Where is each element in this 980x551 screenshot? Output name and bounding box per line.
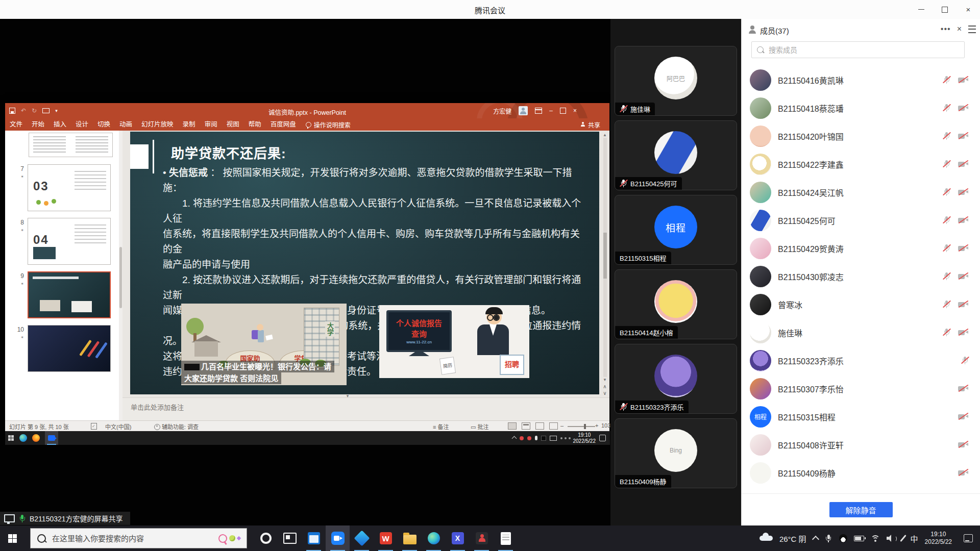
notes-toggle[interactable]: ≡ 备注 — [433, 422, 449, 431]
ribbon-tab[interactable]: 切换 — [93, 118, 115, 131]
camera-off-icon[interactable] — [958, 244, 969, 252]
notes-collapse-icon[interactable]: ▾ — [347, 393, 349, 398]
accessibility-status[interactable]: 辅助功能: 调查 — [154, 422, 199, 431]
taskbar-task-view[interactable] — [278, 525, 302, 551]
member-row[interactable]: B21150307李乐怡 — [742, 374, 980, 403]
taskbar-clock[interactable]: 19:102022/5/22 — [925, 531, 952, 546]
member-row[interactable]: B21150429贺黄涛 — [742, 234, 980, 262]
video-tile[interactable]: B21150323齐添乐 — [615, 344, 737, 414]
member-row[interactable]: B21150425何可 — [742, 206, 980, 234]
member-row[interactable]: B21150420叶锦国 — [742, 122, 980, 150]
video-tile[interactable]: B21150425何可 — [615, 120, 737, 190]
taskbar-app-calendar[interactable] — [302, 525, 326, 551]
mic-muted-icon[interactable] — [943, 328, 950, 337]
camera-off-icon[interactable] — [958, 329, 969, 336]
member-search-input[interactable] — [768, 45, 964, 55]
ime-indicator[interactable]: 中 — [911, 533, 918, 544]
ribbon-tab[interactable]: 审阅 — [200, 118, 222, 131]
unmute-button[interactable]: 解除静音 — [829, 502, 893, 517]
camera-off-icon[interactable] — [958, 188, 969, 196]
mic-muted-icon[interactable] — [943, 188, 950, 196]
camera-off-icon[interactable] — [958, 272, 969, 280]
ribbon-tab[interactable]: 设计 — [71, 118, 93, 131]
video-tile[interactable]: B21150414赵小榕 — [615, 269, 737, 339]
member-row[interactable]: B21150408许亚轩 — [742, 431, 980, 459]
taskbar-app-ring[interactable] — [254, 525, 278, 551]
mic-muted-icon[interactable] — [943, 272, 950, 281]
slideshow-view-button[interactable] — [549, 422, 558, 430]
slide-thumbnail-partial[interactable] — [29, 133, 113, 157]
mic-muted-icon[interactable] — [943, 104, 950, 112]
video-tile[interactable]: 阿巴巴 施佳琳 — [615, 46, 737, 116]
notes-pane[interactable]: ▾ 单击此处添加备注 — [122, 397, 609, 421]
slide-thumbnail[interactable] — [28, 271, 111, 318]
ribbon-tab[interactable]: 百度网盘 — [266, 118, 301, 131]
pen-icon[interactable] — [900, 535, 906, 542]
weather-cloud-icon[interactable] — [760, 536, 773, 541]
tell-me-search[interactable]: 操作说明搜索 — [314, 120, 351, 129]
mic-muted-icon[interactable] — [943, 300, 950, 309]
zoom-in-button[interactable]: + — [595, 422, 598, 429]
ribbon-tab[interactable]: 视图 — [222, 118, 244, 131]
ppt-user-avatar[interactable] — [519, 106, 528, 115]
taskbar-app-code[interactable]: X — [446, 525, 470, 551]
mic-muted-icon[interactable] — [943, 216, 950, 224]
ribbon-display-options-icon[interactable] — [535, 108, 542, 114]
prev-next-slide-buttons[interactable]: ∧∨ — [601, 383, 608, 396]
taskbar-app-edge[interactable] — [422, 525, 446, 551]
mic-muted-icon[interactable] — [943, 132, 950, 140]
notification-center-icon[interactable] — [964, 534, 973, 542]
slide-thumbnail[interactable]: 04 — [28, 218, 111, 265]
ppt-minimize-button[interactable]: – — [549, 107, 553, 114]
member-row[interactable]: 曾寒冰 — [742, 290, 980, 318]
qq-penguin-icon[interactable] — [839, 534, 847, 542]
camera-off-icon[interactable] — [958, 160, 969, 168]
member-row[interactable]: B21150424吴江帆 — [742, 178, 980, 206]
hamburger-menu-icon[interactable] — [968, 26, 976, 33]
slide-thumbnail[interactable] — [28, 325, 111, 372]
battery-icon[interactable] — [854, 536, 864, 541]
member-row[interactable]: B21150422李建鑫 — [742, 150, 980, 178]
tray-mic-icon[interactable] — [825, 534, 832, 543]
ribbon-tab[interactable]: 录制 — [178, 118, 200, 131]
maximize-button[interactable] — [933, 0, 957, 19]
close-panel-icon[interactable]: × — [957, 24, 962, 34]
ribbon-tab[interactable]: 帮助 — [244, 118, 266, 131]
member-row[interactable]: B21150416黄凯琳 — [742, 66, 980, 94]
zoom-slider[interactable] — [568, 426, 595, 427]
minimize-button[interactable] — [910, 0, 933, 19]
start-button[interactable] — [0, 525, 24, 551]
ribbon-tab[interactable]: 文件 — [5, 118, 27, 131]
ppt-close-button[interactable]: × — [573, 107, 577, 114]
more-options-icon[interactable]: ••• — [941, 24, 951, 34]
thumbnail-scrollbar[interactable] — [119, 131, 122, 421]
ppt-share-button[interactable]: 共享 — [580, 118, 600, 131]
slide-sorter-view-button[interactable] — [522, 422, 530, 430]
member-row[interactable]: 相程 B21150315相程 — [742, 403, 980, 431]
taskbar-app-media[interactable] — [470, 525, 494, 551]
member-row[interactable]: B21150323齐添乐 — [742, 346, 980, 374]
camera-off-icon[interactable] — [958, 132, 969, 140]
member-row[interactable]: 施佳琳 — [742, 318, 980, 346]
mic-muted-icon[interactable] — [961, 356, 969, 365]
camera-off-icon[interactable] — [958, 441, 969, 448]
video-tile[interactable]: Bing B21150409杨静 — [615, 418, 737, 488]
taskbar-file-explorer[interactable] — [398, 525, 422, 551]
camera-off-icon[interactable] — [958, 104, 969, 112]
ribbon-tab[interactable]: 插入 — [49, 118, 71, 131]
camera-off-icon[interactable] — [958, 469, 969, 477]
zoom-out-button[interactable]: – — [560, 422, 564, 429]
spellcheck-icon[interactable] — [91, 423, 97, 430]
member-row[interactable]: B21150418蔡蕊璠 — [742, 94, 980, 122]
camera-off-icon[interactable] — [958, 216, 969, 224]
member-row[interactable]: B21150409杨静 — [742, 459, 980, 487]
taskbar-app-document[interactable] — [494, 525, 518, 551]
member-search-box[interactable] — [751, 41, 965, 58]
ribbon-tab[interactable]: 开始 — [27, 118, 49, 131]
mic-muted-icon[interactable] — [943, 160, 950, 168]
ppt-restore-button[interactable] — [560, 108, 566, 114]
zoom-percentage[interactable]: 103% — [601, 422, 610, 429]
taskbar-search-box[interactable] — [30, 528, 247, 548]
taskbar-app-kite[interactable] — [350, 525, 374, 551]
wifi-icon[interactable] — [871, 535, 880, 542]
